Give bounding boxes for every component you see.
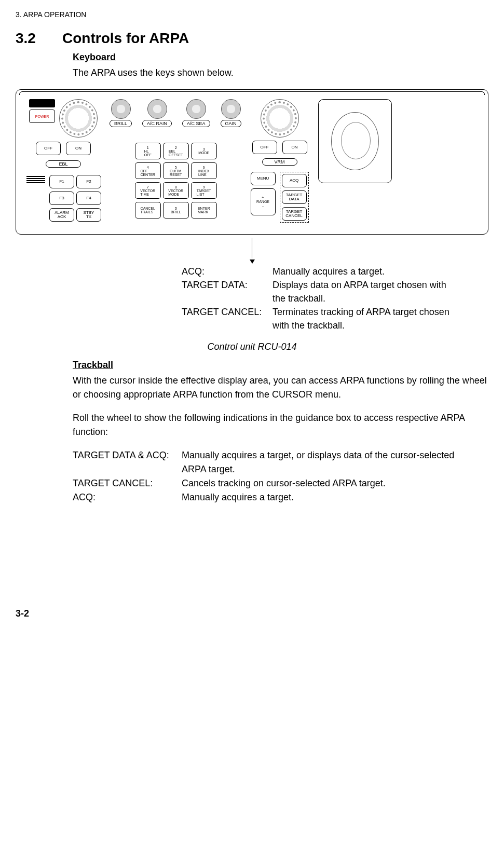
callout-text: ACQ:Manually acquires a target. TARGET D…: [182, 265, 488, 332]
range-plus: +: [262, 196, 264, 200]
vrm-label: VRM: [262, 158, 297, 166]
def-tda-key: TARGET DATA & ACQ:: [73, 448, 182, 462]
ebl-label: EBL: [46, 160, 81, 168]
key-1[interactable]: 1HL OFF: [135, 143, 161, 159]
target-data-button[interactable]: TARGET DATA: [282, 190, 307, 204]
ac-sea-knob[interactable]: [186, 99, 206, 119]
gain-label: GAIN: [221, 120, 241, 127]
trackball-icon[interactable]: [331, 112, 379, 170]
range-minus: -: [262, 204, 264, 208]
ac-sea-label: A/C SEA: [182, 120, 210, 127]
alarm-ack-button[interactable]: ALARM ACK: [49, 208, 74, 222]
acq-button[interactable]: ACQ: [282, 174, 307, 187]
key-cancel-trails[interactable]: CANCEL TRAILS: [135, 202, 161, 218]
ebl-off-button[interactable]: OFF: [36, 142, 61, 155]
key-6[interactable]: 6INDEX LINE: [191, 162, 217, 179]
def-acq-key: ACQ:: [73, 490, 182, 504]
arpa-button-group: ACQ TARGET DATA TARGET CANCEL: [280, 172, 309, 223]
definitions-block: TARGET DATA & ACQ:Manually acquires a ta…: [73, 448, 488, 504]
control-panel-diagram: POWER OFF ON EBL F1 F2 F3 F4 ALARM ACK S…: [16, 89, 488, 235]
trackball-para-2: Roll the wheel to show the following ind…: [73, 411, 488, 439]
ebl-on-button[interactable]: ON: [66, 142, 91, 155]
trackball-area: [318, 99, 392, 183]
callout-tc-val: Terminates tracking of ARPA target chose…: [273, 305, 454, 332]
keyboard-heading: Keyboard: [73, 52, 488, 63]
range-button[interactable]: + RANGE -: [251, 188, 276, 215]
vrm-on-button[interactable]: ON: [282, 141, 307, 154]
ac-rain-label: A/C RAIN: [142, 120, 172, 127]
def-tc-key: TARGET CANCEL:: [73, 476, 182, 490]
brill-label: BRILL: [110, 120, 132, 127]
key-3[interactable]: 3MODE: [191, 143, 217, 159]
brill-knob[interactable]: [111, 99, 131, 119]
vent-lines: [26, 175, 45, 222]
ebl-knob[interactable]: [59, 99, 98, 138]
callout-tc-key: TARGET CANCEL:: [182, 305, 273, 319]
vrm-knob[interactable]: [261, 99, 299, 138]
callout-acq-key: ACQ:: [182, 265, 273, 278]
def-acq-val: Manually acquires a target.: [182, 490, 472, 504]
page-number: 3-2: [16, 608, 488, 619]
keyboard-intro: The ARPA uses the keys shown below.: [73, 66, 488, 80]
key-0[interactable]: 0BRILL: [163, 202, 189, 218]
trackball-heading: Trackball: [73, 360, 488, 371]
f4-button[interactable]: F4: [76, 192, 101, 205]
section-title: 3.2Controls for ARPA: [16, 30, 488, 47]
key-9[interactable]: 9TARGET LIST: [191, 182, 217, 199]
key-enter-mark[interactable]: ENTER MARK: [191, 202, 217, 218]
callout-acq-val: Manually acquires a target.: [273, 265, 454, 278]
def-tda-val: Manually acquires a target, or displays …: [182, 448, 472, 476]
f3-button[interactable]: F3: [49, 192, 74, 205]
target-cancel-button[interactable]: TARGET CANCEL: [282, 207, 307, 221]
ac-rain-knob[interactable]: [147, 99, 167, 119]
key-5[interactable]: 5CU/TM RESET: [163, 162, 189, 179]
menu-button[interactable]: MENU: [251, 172, 276, 185]
def-tc-val: Cancels tracking on cursor-selected ARPA…: [182, 476, 472, 490]
vrm-off-button[interactable]: OFF: [252, 141, 277, 154]
key-2[interactable]: 2EBL OFFSET: [163, 143, 189, 159]
stby-tx-button[interactable]: STBY TX: [76, 208, 101, 222]
callout-leader: [16, 238, 488, 264]
page-header: 3. ARPA OPERATION: [16, 10, 488, 19]
callout-td-key: TARGET DATA:: [182, 278, 273, 292]
section-heading: Controls for ARPA: [62, 30, 189, 46]
f1-button[interactable]: F1: [49, 175, 74, 188]
key-8[interactable]: 8VECTOR MODE: [163, 182, 189, 199]
trackball-para-1: With the cursor inside the effective dis…: [73, 374, 488, 402]
figure-caption: Control unit RCU-014: [16, 341, 488, 352]
gain-knob[interactable]: [221, 99, 241, 119]
key-4[interactable]: 4OFF CENTER: [135, 162, 161, 179]
power-button[interactable]: POWER: [29, 110, 55, 123]
section-number: 3.2: [16, 30, 62, 47]
power-slot: [29, 99, 55, 107]
f2-button[interactable]: F2: [76, 175, 101, 188]
key-7[interactable]: 7VECTOR TIME: [135, 182, 161, 199]
callout-td-val: Displays data on ARPA target chosen with…: [273, 278, 454, 305]
